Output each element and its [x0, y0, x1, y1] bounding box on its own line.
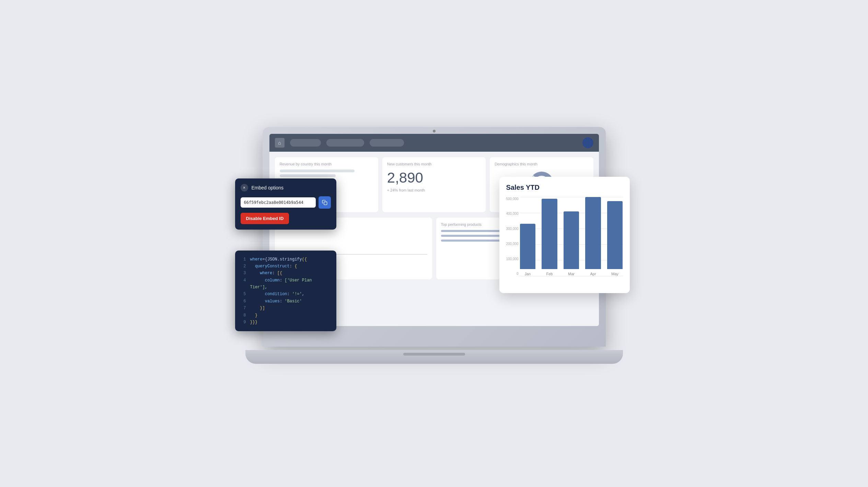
- nav-pill-3[interactable]: [370, 139, 404, 147]
- customers-card: New customers this month 2,890 + 24% fro…: [382, 157, 486, 212]
- code-line-3: 3 where: [{: [241, 270, 330, 277]
- code-line-7: 7 }]: [241, 305, 330, 312]
- y-label-300k: 300,000: [506, 227, 520, 231]
- customers-card-title: New customers this month: [387, 162, 481, 166]
- code-text-1: where={JSON.stringify({: [250, 256, 307, 263]
- close-icon: ×: [243, 185, 245, 190]
- bar-2: [280, 174, 336, 177]
- embed-id-input[interactable]: [241, 197, 316, 208]
- embed-close-button[interactable]: ×: [241, 184, 248, 192]
- sales-ytd-chart: 500,000 400,000 300,000 200,000 100,000 …: [506, 197, 623, 286]
- line-num-5: 5: [241, 291, 246, 298]
- laptop-base: [245, 350, 623, 364]
- embed-id-row: [241, 196, 331, 209]
- line-num-2: 2: [241, 263, 246, 270]
- bar-feb-fill: [542, 199, 557, 269]
- camera-dot: [433, 130, 436, 132]
- chart-bars-area: Jan Feb Mar Apr May: [520, 197, 623, 276]
- code-line-9: 9 }}}: [241, 319, 330, 326]
- disable-embed-id-button[interactable]: Disable Embed ID: [241, 213, 289, 224]
- code-line-2: 2 queryConstruct: {: [241, 263, 330, 270]
- code-text-5: condition: '!=',: [250, 291, 304, 298]
- code-line-4: 4 column: ['User Plan Tier'],: [241, 277, 330, 291]
- code-popup: 1 where={JSON.stringify({ 2 queryConstru…: [235, 251, 336, 332]
- bar-jan-fill: [520, 224, 536, 269]
- code-text-9: }}}: [250, 319, 258, 326]
- embed-copy-button[interactable]: [319, 196, 331, 209]
- sales-ytd-title: Sales YTD: [506, 184, 623, 192]
- code-text-8: }: [250, 312, 258, 319]
- bar-1: [280, 170, 355, 172]
- copy-icon: [322, 200, 327, 205]
- nav-avatar[interactable]: [582, 137, 593, 148]
- line-num-1: 1: [241, 256, 246, 263]
- scene: ⌂ Revenue by country this month: [245, 124, 623, 364]
- nav-pill-1[interactable]: [290, 139, 321, 147]
- code-text-4: column: ['User Plan Tier'],: [250, 277, 330, 291]
- customers-growth: + 24% from last month: [387, 188, 481, 192]
- bar-apr: Apr: [585, 197, 601, 276]
- line-num-9: 9: [241, 319, 246, 326]
- y-label-100k: 100,000: [506, 257, 520, 261]
- line-num-7: 7: [241, 305, 246, 312]
- nav-pill-2[interactable]: [326, 139, 364, 147]
- line-num-4: 4: [241, 277, 246, 291]
- line-num-3: 3: [241, 270, 246, 277]
- dashboard-nav: ⌂: [269, 134, 599, 152]
- svg-rect-0: [324, 202, 327, 205]
- code-text-7: }]: [250, 305, 265, 312]
- bar-apr-label: Apr: [590, 272, 596, 276]
- demographics-card-title: Demographics this month: [495, 162, 588, 166]
- bar-may: May: [607, 197, 623, 276]
- code-line-6: 6 values: 'Basic': [241, 298, 330, 305]
- code-text-2: queryConstruct: {: [250, 263, 297, 270]
- code-line-1: 1 where={JSON.stringify({: [241, 256, 330, 263]
- line-num-8: 8: [241, 312, 246, 319]
- bar-feb-label: Feb: [546, 272, 553, 276]
- code-text-6: values: 'Basic': [250, 298, 302, 305]
- y-label-200k: 200,000: [506, 242, 520, 246]
- embed-options-popup: × Embed options Disable Embed ID: [235, 178, 336, 230]
- bar-may-label: May: [611, 272, 618, 276]
- customers-big-number: 2,890: [387, 170, 481, 186]
- bar-mar: Mar: [564, 197, 579, 276]
- y-label-500k: 500,000: [506, 197, 520, 201]
- sales-ytd-popup: Sales YTD 500,000 400,000 300,000 200,00…: [499, 177, 630, 293]
- bar-may-fill: [607, 201, 623, 269]
- code-line-5: 5 condition: '!=',: [241, 291, 330, 298]
- bar-jan: Jan: [520, 197, 536, 276]
- bar-jan-label: Jan: [524, 272, 531, 276]
- bar-feb: Feb: [542, 197, 557, 276]
- nav-home-icon[interactable]: ⌂: [275, 138, 285, 148]
- code-text-3: where: [{: [250, 270, 282, 277]
- y-axis: 500,000 400,000 300,000 200,000 100,000 …: [506, 197, 520, 276]
- y-label-400k: 400,000: [506, 212, 520, 216]
- embed-header: × Embed options: [241, 184, 331, 192]
- bar-apr-fill: [585, 197, 601, 269]
- revenue-card-title: Revenue by country this month: [280, 162, 373, 166]
- bar-mar-label: Mar: [568, 272, 575, 276]
- y-label-0: 0: [506, 272, 520, 276]
- line-num-6: 6: [241, 298, 246, 305]
- bar-mar-fill: [564, 211, 579, 269]
- embed-popup-title: Embed options: [252, 185, 283, 190]
- code-line-8: 8 }: [241, 312, 330, 319]
